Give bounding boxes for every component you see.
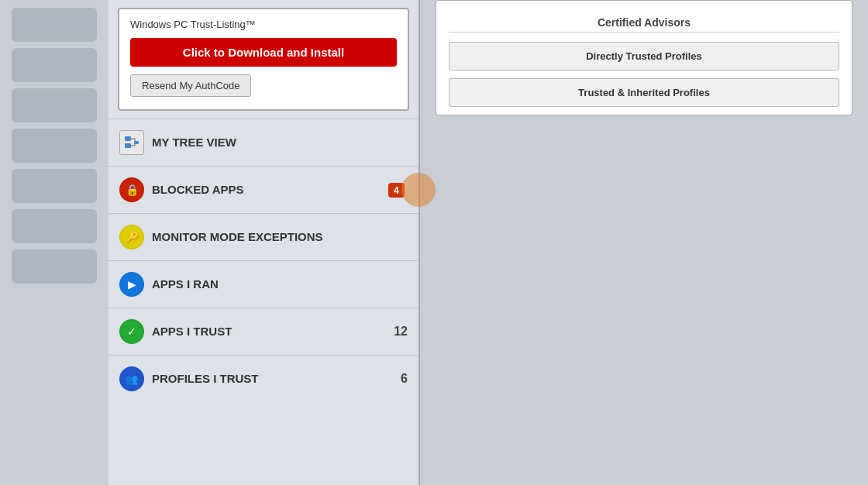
left-sidebar-btn-2[interactable] [12, 48, 97, 82]
svg-rect-5 [134, 141, 139, 144]
menu-item-profiles-trust[interactable]: 👥 PROFILES I TRUST 6 [108, 355, 418, 402]
left-sidebar-btn-5[interactable] [12, 169, 97, 203]
svg-rect-0 [125, 136, 131, 141]
menu-item-apps-trust[interactable]: ✓ APPS I TRUST 12 [108, 308, 418, 355]
left-sidebar-btn-3[interactable] [12, 88, 97, 122]
treeview-icon [119, 130, 144, 155]
my-tree-view-label: MY TREE VIEW [152, 136, 408, 150]
directly-trusted-button[interactable]: Directly Trusted Profiles [449, 42, 839, 71]
apps-trust-label: APPS I TRUST [152, 325, 394, 339]
left-sidebar-btn-4[interactable] [12, 129, 97, 163]
left-sidebar-btn-7[interactable] [12, 249, 97, 284]
trust-listing-title: Windows PC Trust-Listing™ [130, 19, 397, 30]
resend-authcode-button[interactable]: Resend My AuthCode [130, 74, 251, 97]
svg-rect-1 [125, 143, 131, 148]
monitor-mode-label: MONITOR MODE EXCEPTIONS [152, 230, 408, 244]
profiles-trust-count: 6 [401, 372, 408, 386]
main-area: Windows PC Trust-Listing™ Click to Downl… [108, 0, 868, 485]
apps-ran-label: APPS I RAN [152, 277, 408, 291]
menu-item-my-tree-view[interactable]: MY TREE VIEW [108, 119, 418, 166]
apps-ran-icon: ▶ [119, 272, 144, 297]
apps-trust-icon: ✓ [119, 319, 144, 344]
apps-trust-count: 12 [394, 325, 408, 339]
download-install-button[interactable]: Click to Download and Install [130, 38, 397, 67]
right-panel: Certified Advisors Directly Trusted Prof… [420, 0, 868, 485]
trust-listing-box: Windows PC Trust-Listing™ Click to Downl… [118, 8, 409, 111]
right-box: Certified Advisors Directly Trusted Prof… [436, 0, 852, 115]
menu-item-blocked-apps[interactable]: 🔒 BLOCKED APPS 4 [108, 166, 418, 213]
blocked-apps-label: BLOCKED APPS [152, 183, 388, 197]
left-sidebar-btn-1[interactable] [12, 8, 97, 42]
blocked-apps-badge: 4 [388, 183, 405, 198]
certified-advisors-title: Certified Advisors [449, 9, 839, 33]
profiles-trust-icon: 👥 [119, 366, 144, 391]
center-panel: Windows PC Trust-Listing™ Click to Downl… [108, 0, 418, 485]
left-sidebar-btn-6[interactable] [12, 209, 97, 243]
profiles-trust-label: PROFILES I TRUST [152, 372, 401, 386]
menu-item-apps-ran[interactable]: ▶ APPS I RAN [108, 260, 418, 308]
menu-items: MY TREE VIEW 🔒 BLOCKED APPS 4 🔑 MONITOR … [108, 119, 418, 402]
trusted-inherited-button[interactable]: Trusted & Inherited Profiles [449, 78, 839, 107]
left-sidebar [0, 0, 108, 485]
monitor-mode-icon: 🔑 [119, 225, 144, 249]
blocked-apps-icon: 🔒 [119, 177, 144, 202]
menu-item-monitor-mode[interactable]: 🔑 MONITOR MODE EXCEPTIONS [108, 213, 418, 260]
